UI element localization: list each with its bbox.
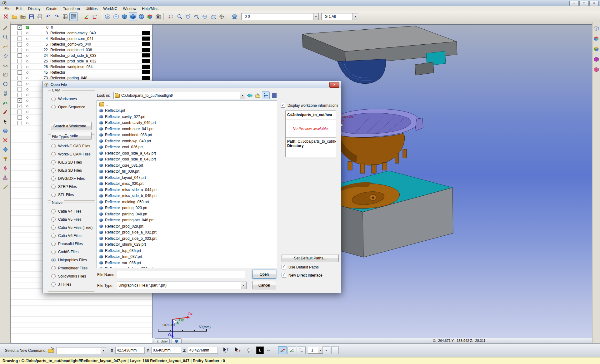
- file-item[interactable]: ..: [97, 101, 277, 108]
- dropdown-arrow-icon[interactable]: ▼: [352, 13, 358, 20]
- radio-proengineer-files[interactable]: Proengineer Files: [48, 264, 95, 272]
- radio-button-icon[interactable]: [51, 168, 56, 173]
- file-item[interactable]: Reflector_layout_047.prt: [97, 175, 277, 181]
- trim-tool-icon[interactable]: [1, 136, 9, 144]
- menu-item-utilities[interactable]: Utilities: [83, 6, 100, 11]
- lasso-select-icon[interactable]: [245, 346, 254, 354]
- file-item[interactable]: Reflector_var_036.prt: [97, 260, 277, 266]
- surface-tool-icon[interactable]: [1, 99, 9, 107]
- tree-row[interactable]: 4Reflector_comb-core_041: [11, 36, 152, 42]
- display-workzone-info-checkbox[interactable]: [281, 103, 285, 108]
- file-item[interactable]: Reflector_workpiece_034.prt: [97, 266, 277, 268]
- radio-button-icon[interactable]: [51, 105, 56, 109]
- use-default-paths-row[interactable]: Use Default Paths: [282, 265, 319, 269]
- tree-row-checkbox[interactable]: [18, 110, 22, 114]
- view-wireframe-icon[interactable]: [103, 12, 112, 21]
- tree-row[interactable]: ✓00: [11, 25, 152, 30]
- file-item[interactable]: Reflector_cool_side_b_043.prt: [97, 156, 277, 163]
- axes-xy-icon[interactable]: XY: [82, 12, 91, 21]
- radio-button-icon[interactable]: [51, 234, 56, 238]
- radio-iges-3d-files[interactable]: IGES 3D Files: [48, 166, 95, 175]
- dropdown-arrow-icon[interactable]: ▼: [313, 13, 318, 20]
- undo-icon[interactable]: ↶: [44, 12, 52, 21]
- tree-row-checkbox[interactable]: [18, 93, 22, 97]
- tree-row[interactable]: 22Reflector_combined_038: [11, 47, 152, 53]
- radio-stl-files[interactable]: STL Files: [48, 191, 95, 199]
- tree-row[interactable]: 26Reflector_workpiece_034: [11, 64, 152, 70]
- decrement-button[interactable]: -: [322, 346, 330, 354]
- file-item[interactable]: Reflector_comb-core_041.prt: [97, 126, 277, 132]
- red-blue-cube-icon[interactable]: [593, 36, 599, 42]
- tree-row-checkbox[interactable]: [18, 42, 22, 47]
- multicolor-cube-icon[interactable]: [593, 46, 599, 53]
- dialog-titlebar[interactable]: Open File ×: [42, 81, 341, 88]
- axis-mode-y-button[interactable]: [288, 346, 296, 354]
- file-item[interactable]: Reflector_top_035.prt: [97, 248, 277, 254]
- radio-button-icon[interactable]: [51, 258, 56, 262]
- radio-parasolid-files[interactable]: Parasolid Files: [48, 240, 95, 248]
- model-cavity-plate[interactable]: [302, 26, 457, 84]
- command-combo[interactable]: ▼: [57, 347, 106, 354]
- view-solid-icon[interactable]: [120, 12, 129, 21]
- print-icon[interactable]: [36, 12, 44, 21]
- radio-workzones[interactable]: Workzones: [48, 95, 95, 103]
- machine-tool-icon[interactable]: [1, 155, 9, 163]
- file-item[interactable]: Reflector_prod_side_b_033.prt: [97, 235, 277, 242]
- tree-row-checkbox[interactable]: [18, 31, 22, 35]
- radio-button-icon[interactable]: [51, 97, 56, 101]
- wire-cube-icon[interactable]: [593, 26, 599, 32]
- radio-open-sequence[interactable]: Open Sequence: [48, 103, 95, 111]
- radio-button-icon[interactable]: [51, 282, 56, 287]
- file-item[interactable]: Reflector_comb-wp_040.prt: [97, 138, 277, 144]
- stamp-tool-icon[interactable]: [1, 174, 9, 182]
- sketch-pencil-icon[interactable]: [1, 24, 9, 32]
- tree-row[interactable]: 24Reflector_prod_side_b_033: [11, 53, 152, 58]
- file-item[interactable]: Reflector_shrink_029.prt: [97, 242, 277, 248]
- pink-cube-icon[interactable]: [593, 67, 599, 73]
- z-coordinate-input[interactable]: [188, 347, 218, 354]
- tree-row-checkbox[interactable]: ✓: [18, 104, 22, 108]
- tree-row[interactable]: 73Reflector_parting_048: [11, 75, 152, 81]
- tree-row-checkbox[interactable]: [18, 115, 22, 120]
- cancel-button[interactable]: Cancel: [252, 281, 276, 289]
- file-item[interactable]: Reflector_parting_048.prt: [97, 211, 277, 217]
- radio-catia-v5-files[interactable]: Catia V5 Files: [48, 215, 95, 224]
- increment-button[interactable]: +: [331, 346, 339, 354]
- search-workzone-button[interactable]: Search a Workzone...: [51, 122, 92, 130]
- tree-row-checkbox[interactable]: [18, 121, 22, 125]
- maximize-button[interactable]: ▢: [579, 1, 589, 6]
- select-cursor-icon[interactable]: ?: [221, 346, 231, 354]
- pick-target-icon[interactable]: [233, 346, 242, 354]
- use-default-paths-checkbox[interactable]: [282, 265, 286, 269]
- tree-row-checkbox[interactable]: [18, 76, 22, 80]
- file-item[interactable]: Reflector.prt: [97, 108, 277, 114]
- zoom-window-icon[interactable]: [192, 12, 201, 21]
- count-spinner[interactable]: 1▼: [308, 347, 323, 354]
- radio-catia-v6-files[interactable]: Catia V6 Files: [48, 232, 95, 240]
- tree-row-checkbox[interactable]: [18, 37, 22, 41]
- file-list[interactable]: ..Reflector.prtReflector_cavity_027.prtR…: [97, 100, 277, 268]
- dropdown-arrow-icon[interactable]: ▼: [101, 347, 106, 354]
- radio-button-icon[interactable]: [51, 160, 56, 165]
- menu-item-window[interactable]: Window: [120, 6, 139, 11]
- redo-icon[interactable]: ↷: [52, 12, 61, 21]
- radio-button-icon[interactable]: [51, 242, 56, 246]
- open-button[interactable]: Open: [252, 270, 276, 279]
- radio-button-icon[interactable]: [51, 209, 56, 214]
- radio-button-icon[interactable]: [51, 266, 56, 270]
- radio-button-icon[interactable]: [51, 176, 56, 181]
- circle-tool-icon[interactable]: [1, 80, 9, 88]
- tree-row[interactable]: 45Reflector: [11, 70, 152, 75]
- layers-icon[interactable]: [230, 12, 239, 21]
- radio-button-icon[interactable]: [51, 274, 56, 278]
- hatch-tool-icon[interactable]: [1, 71, 9, 79]
- new-direct-interface-checkbox[interactable]: [282, 273, 286, 278]
- tree-row[interactable]: 5Reflector_comb-wp_040: [11, 42, 152, 47]
- dialog-close-button[interactable]: ×: [329, 82, 339, 88]
- tree-row-checkbox[interactable]: [18, 59, 22, 63]
- zoom-reset-icon[interactable]: [167, 12, 175, 21]
- radio-button-icon[interactable]: [51, 193, 56, 197]
- group-combo[interactable]: G 1 All▼: [321, 13, 358, 20]
- view-hidden-line-icon[interactable]: [112, 12, 120, 21]
- pen-tool-icon[interactable]: [1, 164, 9, 172]
